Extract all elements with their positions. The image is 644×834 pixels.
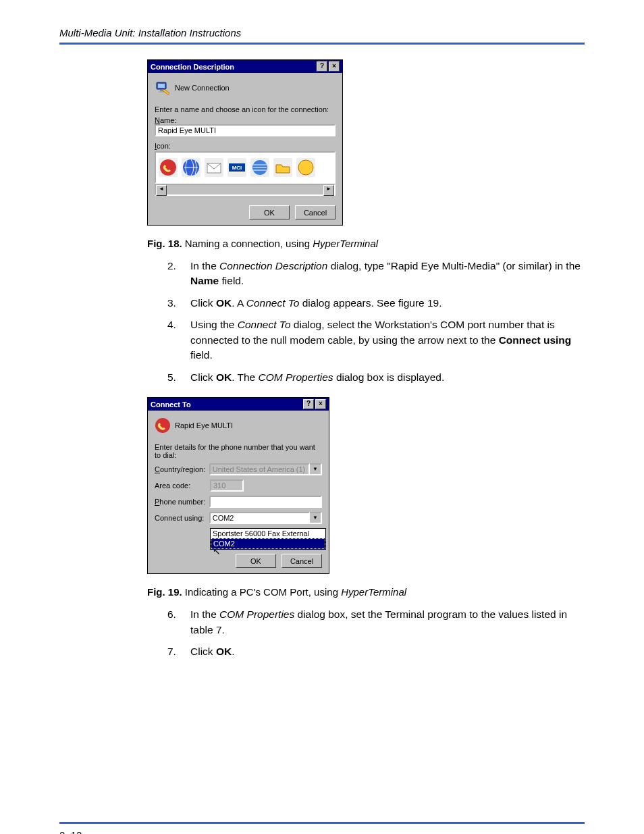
rule-top xyxy=(59,43,585,45)
step-4: 4. Using the Connect To dialog, select t… xyxy=(167,317,585,363)
phone-icon xyxy=(155,417,171,434)
svg-point-10 xyxy=(298,160,313,175)
step-5: 5. Click OK. The COM Properties dialog b… xyxy=(167,370,585,385)
scroll-left-button[interactable]: ◄ xyxy=(156,185,167,196)
dialog-prompt: Enter details for the phone number that … xyxy=(155,443,322,459)
phone-icon[interactable] xyxy=(159,158,178,177)
fig19-label: Fig. 19. xyxy=(147,586,182,598)
phone-label: Phone number: xyxy=(155,498,209,506)
svg-rect-3 xyxy=(159,91,164,93)
phone-input[interactable] xyxy=(209,496,322,508)
hyperterminal-icon xyxy=(155,80,171,96)
step-3: 3. Click OK. A Connect To dialog appears… xyxy=(167,296,585,311)
dialog-titlebar: Connect To ? × xyxy=(148,398,329,411)
dropdown-option[interactable]: Sportster 56000 Fax External xyxy=(211,529,325,538)
dialog-prompt: Enter a name and choose an icon for the … xyxy=(155,105,336,113)
close-button[interactable]: × xyxy=(329,61,340,72)
step-2: 2. In the Connection Description dialog,… xyxy=(167,259,585,289)
country-drop-button[interactable]: ▼ xyxy=(310,463,322,475)
connect-using-drop-button[interactable]: ▼ xyxy=(310,512,322,524)
connect-to-dialog: Connect To ? × Rapid Eye MULTI Enter det… xyxy=(147,397,329,574)
svg-text:MCI: MCI xyxy=(232,165,242,171)
country-label: Country/region: xyxy=(155,465,209,473)
area-code-label: Area code: xyxy=(155,481,210,490)
mci-icon[interactable]: MCI xyxy=(227,158,246,177)
rule-bottom xyxy=(59,822,585,824)
help-button[interactable]: ? xyxy=(303,399,314,409)
mail-icon[interactable] xyxy=(205,158,223,177)
dropdown-option-selected[interactable]: COM2 xyxy=(211,538,325,549)
new-connection-label: New Connection xyxy=(175,84,230,92)
svg-rect-1 xyxy=(158,84,165,88)
step-7: 7. Click OK. xyxy=(167,644,585,659)
svg-point-4 xyxy=(160,159,176,176)
icon-picker[interactable]: MCI xyxy=(155,151,336,184)
dialog-titlebar: Connection Description ? × xyxy=(148,60,342,73)
name-input[interactable] xyxy=(155,124,336,136)
fig18-label: Fig. 18. xyxy=(147,238,182,249)
page-number: 2–12 xyxy=(59,829,585,834)
figure-18-caption: Fig. 18. Naming a connection, using Hype… xyxy=(147,238,585,249)
dialog-title: Connect To xyxy=(151,400,303,409)
help-button[interactable]: ? xyxy=(317,61,327,72)
close-button[interactable]: × xyxy=(315,399,326,409)
connection-name: Rapid Eye MULTI xyxy=(175,421,233,429)
steps-list-a: 2. In the Connection Description dialog,… xyxy=(167,259,585,385)
icon-label: Icon: xyxy=(155,142,336,150)
area-code-input[interactable] xyxy=(210,479,244,492)
connection-description-dialog: Connection Description ? × New Connectio xyxy=(147,59,343,226)
connect-using-label: Connect using: xyxy=(155,514,209,522)
name-label: Name: xyxy=(155,116,336,124)
connect-using-select[interactable] xyxy=(209,512,310,524)
generic-icon[interactable] xyxy=(296,158,315,177)
cancel-button[interactable]: Cancel xyxy=(295,205,336,219)
icon-scrollbar[interactable]: ◄ ► xyxy=(155,184,336,196)
ok-button[interactable]: OK xyxy=(236,554,276,568)
cancel-button[interactable]: Cancel xyxy=(281,554,322,568)
att-icon[interactable] xyxy=(250,158,269,177)
step-6: 6. In the COM Properties dialog box, set… xyxy=(167,607,585,637)
steps-list-b: 6. In the COM Properties dialog box, set… xyxy=(167,607,585,659)
svg-point-11 xyxy=(155,418,170,433)
running-header: Multi-Media Unit: Installation Instructi… xyxy=(59,27,585,43)
connect-using-dropdown[interactable]: Sportster 56000 Fax External COM2 xyxy=(210,528,326,550)
scroll-right-button[interactable]: ► xyxy=(323,185,334,196)
cursor-icon: ↖ xyxy=(213,546,221,556)
folder-icon[interactable] xyxy=(273,158,292,177)
globe-icon[interactable] xyxy=(182,158,200,177)
country-select[interactable] xyxy=(209,463,310,475)
ok-button[interactable]: OK xyxy=(249,205,290,219)
figure-19-caption: Fig. 19. Indicating a PC's COM Port, usi… xyxy=(147,586,585,598)
dialog-title: Connection Description xyxy=(151,63,317,71)
